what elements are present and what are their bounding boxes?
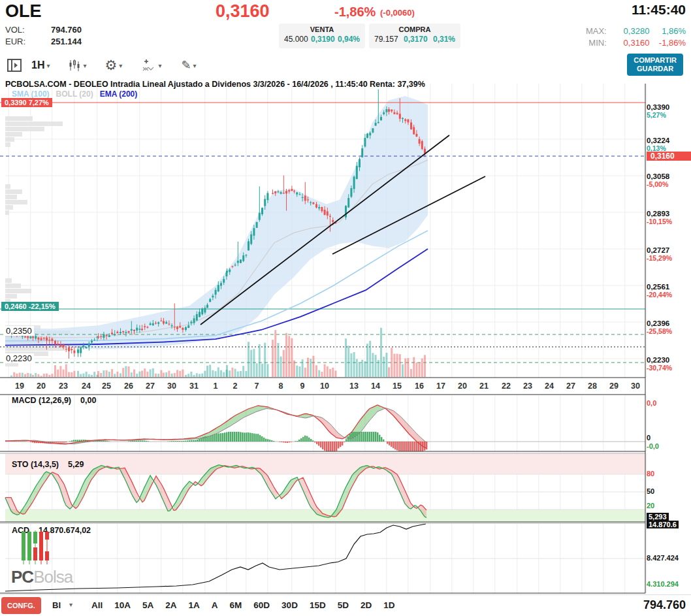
vol-label: VOL: [5, 25, 33, 35]
range-15d[interactable]: 15D [310, 600, 326, 610]
range-1a[interactable]: 1A [189, 600, 200, 610]
axis-price-label: 0,2230-30,74% [647, 356, 690, 372]
left-price-label: 0,2350 [4, 326, 34, 336]
date-label: 9 [300, 381, 305, 391]
legend-item-0[interactable]: SMA (100) [12, 89, 50, 99]
logo-bolsa: Bolsa [33, 567, 72, 587]
axis-price-label: 0,2893-10,15% [647, 210, 690, 225]
left-price-label: 0,3390 7,27% [1, 98, 52, 107]
max-percent: 1,86% [652, 26, 686, 36]
left-price-label: 0,2460 -22,15% [1, 302, 59, 311]
range-5d[interactable]: 5D [338, 600, 349, 610]
ask-title: VENTA [279, 24, 365, 33]
range-10a[interactable]: 10A [114, 600, 131, 610]
date-label: 10 [320, 381, 329, 391]
range-buttons: All10A5A2A1AA6M60D30D15D5D2D1D [91, 600, 394, 610]
range-a[interactable]: A [212, 600, 218, 610]
range-2a[interactable]: 2A [165, 600, 176, 610]
panel-axis-label: -0,0 [647, 442, 659, 450]
share-save-button[interactable]: COMPARTIR GUARDAR [627, 54, 683, 76]
range-5a[interactable]: 5A [142, 600, 153, 610]
range-60d[interactable]: 60D [253, 600, 270, 610]
date-label: 14 [371, 381, 380, 391]
range-6m[interactable]: 6M [230, 600, 242, 610]
axis-price-label: 0,2396-25,58% [647, 319, 690, 335]
add-indicator-icon [142, 58, 156, 73]
date-label: 30 [631, 381, 640, 391]
macd-panel-title: MACD (12,26,9)0,00 [12, 396, 96, 405]
config-button[interactable]: CONFG. [1, 597, 41, 614]
date-label: 27 [146, 381, 155, 391]
bid-panel: COMPRA 79.157 0,3170 0,31% [369, 24, 460, 48]
axis-price-label: 0,33905,27% [647, 103, 690, 119]
panel-toggle-button[interactable] [7, 57, 22, 73]
date-label: 30 [167, 381, 176, 391]
range-30d[interactable]: 30D [281, 600, 298, 610]
ask-panel: VENTA 45.000 0,3190 0,94% [279, 24, 365, 48]
max-row: MAX: 0,3280 1,86% [586, 26, 686, 36]
ask-percent: 0,94% [338, 35, 360, 44]
macd-value: 0,00 [80, 396, 96, 405]
date-label: 8 [279, 381, 283, 391]
pcbolsa-logo: PCBolsa [11, 530, 72, 587]
macd-title: MACD (12,26,9) [12, 396, 71, 405]
date-label: 1 [214, 381, 218, 391]
timeframe-selector[interactable]: 1H ▾ [31, 59, 50, 71]
range-2d[interactable]: 2D [361, 600, 372, 610]
range-all[interactable]: All [91, 600, 103, 610]
panel-axis-label: 8.427.424 [647, 554, 679, 562]
date-label: 7 [255, 381, 259, 391]
draw-tools-button[interactable]: ✎ ▾ [181, 58, 196, 73]
panel-axis-label: 4.310.294 [647, 580, 679, 588]
sto-value: 5,29 [68, 460, 84, 469]
ask-quantity: 45.000 [284, 35, 308, 44]
pencil-icon: ✎ [181, 58, 191, 73]
ask-price: 0,3190 [311, 35, 335, 44]
chart-type-button[interactable]: ▾ [68, 59, 86, 72]
eur-value: 251.144 [51, 37, 82, 46]
clock: 11:45:40 [632, 2, 686, 18]
logo-pc: PC [11, 567, 33, 587]
settings-button[interactable]: ⚙ ▾ [105, 57, 123, 73]
date-label: 19 [15, 381, 24, 391]
eur-row: EUR:251.144 [5, 37, 82, 46]
panel-axis-label: 20 [647, 502, 654, 510]
date-label: 20 [37, 381, 46, 391]
chart-toolbar: 1H ▾ ▾ ⚙ ▾ ▾ ✎ ▾ [0, 54, 691, 77]
legend-item-2[interactable]: EMA (200) [100, 89, 138, 99]
bid-title: COMPRA [369, 24, 460, 33]
date-label: 23 [59, 381, 68, 391]
timeframe-value: 1H [31, 59, 44, 71]
sto-panel-title: STO (14,3,5)5,29 [12, 460, 84, 469]
axis-price-label: 0,2727-15,29% [647, 246, 690, 262]
sto-title: STO (14,3,5) [12, 460, 59, 469]
change-absolute: (-0,0060) [380, 8, 415, 18]
date-label: 15 [393, 381, 402, 391]
range-1d[interactable]: 1D [383, 600, 394, 610]
date-label: 26 [124, 381, 133, 391]
current-price-label: 0,3160 [647, 152, 691, 161]
min-price: 0,3160 [613, 38, 649, 48]
date-label: 28 [588, 381, 597, 391]
trading-app: OLE VOL:794.760 EUR:251.144 0,3160 -1,86… [0, 0, 691, 616]
save-label: GUARDAR [634, 65, 677, 73]
min-percent: -1,86% [652, 38, 686, 48]
left-price-label: 0,2230 [4, 353, 34, 363]
mode-selector[interactable]: BI [52, 600, 61, 610]
legend-item-1[interactable]: BOLL (20) [56, 89, 93, 99]
session-volume-total: 794.760 [643, 598, 686, 612]
eur-label: EUR: [5, 37, 33, 46]
panel-axis-label: 50 [647, 487, 654, 495]
date-label: 21 [479, 381, 489, 391]
add-indicator-button[interactable]: ▾ [142, 58, 161, 73]
chevron-down-icon: ▾ [83, 62, 86, 69]
date-label: 24 [545, 381, 554, 391]
pcbolsa-logo-text: PCBolsa [11, 567, 72, 587]
axis-price-label: 0,2561-20,44% [647, 283, 690, 299]
date-label: 25 [102, 381, 111, 391]
date-label: 31 [189, 381, 199, 391]
min-row: MIN: 0,3160 -1,86% [588, 38, 686, 48]
date-label: 17 [436, 381, 445, 391]
pcbolsa-logo-icon [22, 530, 61, 564]
candlestick-icon [68, 59, 81, 72]
